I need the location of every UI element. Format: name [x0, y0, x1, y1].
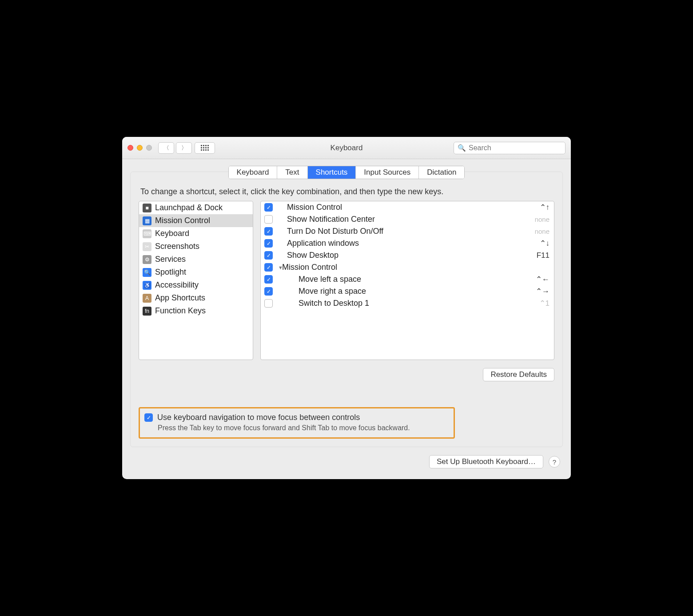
shortcut-key[interactable]: ⌃← [536, 275, 550, 284]
tab-bar: KeyboardTextShortcutsInput SourcesDictat… [228, 166, 465, 179]
instruction-text: To change a shortcut, select it, click t… [139, 187, 554, 196]
minimize-icon[interactable] [137, 145, 143, 151]
shortcut-row[interactable]: ✓Turn Do Not Disturb On/Offnone [261, 225, 554, 237]
category-icon: ■ [143, 204, 151, 212]
category-keyboard[interactable]: ⌨Keyboard [139, 227, 253, 240]
shortcut-row[interactable]: ✓▼ Mission Control [261, 261, 554, 273]
search-icon: 🔍 [458, 144, 466, 152]
kb-nav-checkbox[interactable]: ✓ [144, 413, 153, 422]
shortcut-label: Show Notification Center [276, 215, 531, 224]
category-label: Mission Control [155, 216, 210, 225]
shortcut-list[interactable]: ✓Mission Control⌃↑Show Notification Cent… [260, 201, 554, 360]
tab-input-sources[interactable]: Input Sources [356, 166, 419, 179]
close-icon[interactable] [127, 145, 133, 151]
category-function-keys[interactable]: fnFunction Keys [139, 304, 253, 317]
shortcut-label: Application windows [276, 239, 536, 248]
shortcut-label: Show Desktop [276, 251, 533, 260]
shortcut-checkbox[interactable]: ✓ [264, 239, 273, 248]
shortcut-checkbox[interactable]: ✓ [264, 203, 273, 212]
tab-dictation[interactable]: Dictation [419, 166, 464, 179]
restore-defaults-button[interactable]: Restore Defaults [483, 368, 554, 381]
category-screenshots[interactable]: ✂Screenshots [139, 240, 253, 253]
shortcut-key[interactable]: F11 [537, 251, 550, 260]
category-mission-control[interactable]: ▦Mission Control [139, 214, 253, 227]
shortcut-label: Turn Do Not Disturb On/Off [276, 227, 531, 236]
shortcut-key[interactable]: ⌃→ [536, 287, 550, 296]
category-label: Accessibility [155, 280, 199, 290]
category-label: Keyboard [155, 229, 189, 238]
category-label: Function Keys [155, 306, 206, 316]
main-panel: KeyboardTextShortcutsInput SourcesDictat… [130, 172, 563, 447]
shortcut-row[interactable]: ✓Move left a space⌃← [261, 273, 554, 285]
category-list[interactable]: ■Launchpad & Dock▦Mission Control⌨Keyboa… [139, 201, 253, 360]
grid-icon [201, 145, 209, 151]
tab-shortcuts[interactable]: Shortcuts [308, 166, 356, 179]
all-prefs-button[interactable] [195, 142, 215, 154]
shortcut-checkbox[interactable] [264, 299, 273, 308]
back-button[interactable]: 〈 [158, 142, 174, 154]
zoom-icon [146, 145, 152, 151]
shortcut-checkbox[interactable]: ✓ [264, 227, 273, 236]
shortcut-row[interactable]: Show Notification Centernone [261, 213, 554, 225]
category-spotlight[interactable]: 🔍Spotlight [139, 266, 253, 279]
category-label: Launchpad & Dock [155, 203, 223, 212]
shortcut-key[interactable]: ⌃↓ [540, 239, 550, 248]
shortcut-checkbox[interactable]: ✓ [264, 275, 273, 284]
category-label: Spotlight [155, 268, 186, 277]
shortcut-key[interactable]: ⌃↑ [540, 203, 550, 212]
category-icon: ⚙ [143, 255, 151, 264]
tab-text[interactable]: Text [277, 166, 307, 179]
titlebar: 〈 〉 Keyboard 🔍 [122, 137, 571, 159]
shortcut-group-label: ▼ Mission Control [276, 263, 546, 272]
category-icon: ▦ [143, 216, 151, 225]
shortcut-label: Mission Control [282, 263, 337, 272]
category-services[interactable]: ⚙Services [139, 253, 253, 266]
shortcut-label: Switch to Desktop 1 [276, 299, 536, 308]
category-label: App Shortcuts [155, 293, 205, 303]
search-field[interactable]: 🔍 [454, 142, 566, 154]
question-icon: ? [553, 458, 556, 466]
shortcut-label: Mission Control [276, 203, 536, 212]
shortcut-row[interactable]: Switch to Desktop 1⌃1 [261, 297, 554, 309]
category-accessibility[interactable]: ♿Accessibility [139, 279, 253, 292]
category-icon: ⌨ [143, 229, 151, 238]
shortcut-key[interactable]: none [535, 228, 550, 235]
category-icon: fn [143, 307, 151, 316]
shortcut-key[interactable]: none [535, 216, 550, 223]
shortcut-key[interactable]: ⌃1 [539, 299, 550, 308]
shortcut-checkbox[interactable]: ✓ [264, 251, 273, 260]
shortcut-label: Move right a space [276, 287, 532, 296]
help-button[interactable]: ? [549, 456, 560, 468]
shortcut-checkbox[interactable] [264, 215, 273, 224]
shortcut-row[interactable]: ✓Application windows⌃↓ [261, 237, 554, 249]
shortcut-row[interactable]: ✓Mission Control⌃↑ [261, 201, 554, 213]
chevron-right-icon: 〉 [181, 144, 187, 152]
kb-nav-description: Press the Tab key to move focus forward … [144, 424, 447, 432]
search-input[interactable] [469, 144, 562, 152]
kb-nav-label: Use keyboard navigation to move focus be… [157, 413, 360, 422]
category-icon: 🔍 [143, 268, 151, 277]
category-label: Services [155, 255, 186, 264]
preferences-window: 〈 〉 Keyboard 🔍 KeyboardTextShortcutsInpu… [122, 137, 571, 479]
category-label: Screenshots [155, 242, 199, 251]
tab-keyboard[interactable]: Keyboard [229, 166, 278, 179]
forward-button[interactable]: 〉 [176, 142, 192, 154]
bluetooth-keyboard-button[interactable]: Set Up Bluetooth Keyboard… [429, 455, 543, 468]
window-controls [127, 145, 152, 151]
category-icon: ♿ [143, 281, 151, 290]
category-app-shortcuts[interactable]: AApp Shortcuts [139, 292, 253, 304]
shortcut-row[interactable]: ✓Show DesktopF11 [261, 249, 554, 261]
shortcut-checkbox[interactable]: ✓ [264, 287, 273, 296]
shortcut-label: Move left a space [276, 275, 532, 284]
chevron-left-icon: 〈 [163, 144, 169, 152]
shortcut-checkbox[interactable]: ✓ [264, 263, 273, 272]
highlight-box: ✓ Use keyboard navigation to move focus … [139, 407, 455, 439]
category-icon: ✂ [143, 242, 151, 251]
category-launchpad-dock[interactable]: ■Launchpad & Dock [139, 201, 253, 214]
shortcut-row[interactable]: ✓Move right a space⌃→ [261, 285, 554, 297]
category-icon: A [143, 294, 151, 303]
